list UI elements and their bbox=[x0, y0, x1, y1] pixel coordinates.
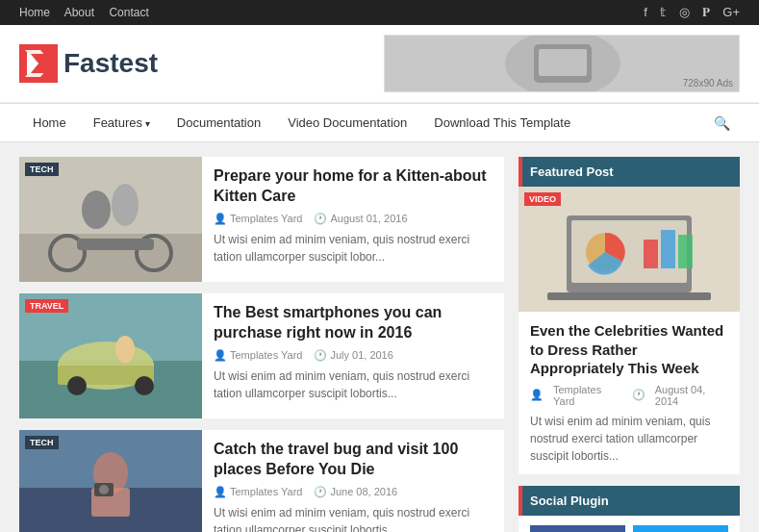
svg-point-18 bbox=[67, 376, 87, 395]
article-body: Catch the travel bug and visit 100 place… bbox=[202, 430, 504, 532]
clock-icon: 🕐 bbox=[314, 349, 327, 362]
googleplus-social-icon[interactable]: G+ bbox=[722, 5, 740, 19]
article-badge: TECH bbox=[25, 436, 59, 449]
nav-home[interactable]: Home bbox=[19, 104, 80, 141]
svg-rect-30 bbox=[644, 240, 658, 268]
social-plugin-widget: Social Plugin Facebook Twitter bbox=[519, 486, 740, 533]
article-thumbnail: TRAVEL bbox=[19, 293, 202, 418]
search-icon[interactable]: 🔍 bbox=[704, 106, 740, 140]
nav-download-template[interactable]: Download This Template bbox=[420, 104, 584, 141]
article-title: Prepare your home for a Kitten-about Kit… bbox=[214, 166, 493, 207]
main-content: TECH Prepare your home for a Kitten-abou… bbox=[19, 157, 504, 532]
page-wrapper: Home About Contact f 𝕥 ◎ 𝐏 G+ Fastest bbox=[0, 0, 759, 532]
header-ad-banner: 728x90 Ads bbox=[384, 35, 740, 92]
article-badge: TECH bbox=[25, 163, 59, 176]
article-body: Prepare your home for a Kitten-about Kit… bbox=[202, 157, 504, 282]
svg-rect-13 bbox=[77, 239, 154, 250]
article-excerpt: Ut wisi enim ad minim veniam, quis nostr… bbox=[214, 504, 493, 532]
topbar-nav: Home About Contact bbox=[19, 6, 161, 19]
article-meta: 👤 Templates Yard 🕐 August 01, 2016 bbox=[214, 213, 493, 225]
featured-post-widget: Featured Post bbox=[519, 157, 740, 474]
featured-post-meta: 👤 Templates Yard 🕐 August 04, 2014 bbox=[530, 384, 728, 407]
sidebar: Featured Post bbox=[519, 157, 740, 532]
article-title: Catch the travel bug and visit 100 place… bbox=[214, 440, 493, 480]
featured-post-title: Even the Celebrities Wanted to Dress Rat… bbox=[530, 321, 728, 378]
banner-image: 728x90 Ads bbox=[385, 35, 739, 92]
nav-links: Home Features Documentation Video Docume… bbox=[19, 104, 584, 141]
twitter-social-icon[interactable]: 𝕥 bbox=[660, 5, 666, 19]
facebook-button[interactable]: Facebook bbox=[530, 525, 625, 533]
svg-rect-32 bbox=[678, 235, 693, 268]
site-logo: Fastest bbox=[19, 44, 158, 83]
svg-rect-34 bbox=[547, 292, 711, 300]
featured-post-excerpt: Ut wisi enim ad minim veniam, quis nostr… bbox=[530, 413, 728, 465]
user-icon: 👤 bbox=[530, 389, 544, 401]
article-date: 🕐 June 08, 2016 bbox=[314, 486, 397, 498]
article-excerpt: Ut wisi enim ad minim veniam, quis nostr… bbox=[214, 367, 493, 402]
user-icon: 👤 bbox=[214, 349, 227, 362]
article-card: TECH Catch the travel bug and visit 100 … bbox=[19, 430, 504, 532]
topbar-social: f 𝕥 ◎ 𝐏 G+ bbox=[634, 5, 740, 20]
content-area: TECH Prepare your home for a Kitten-abou… bbox=[0, 142, 759, 532]
svg-rect-31 bbox=[661, 230, 675, 268]
video-badge: VIDEO bbox=[524, 192, 561, 206]
topbar: Home About Contact f 𝕥 ◎ 𝐏 G+ bbox=[0, 0, 759, 25]
instagram-social-icon[interactable]: ◎ bbox=[679, 5, 690, 19]
article-thumbnail: TECH bbox=[19, 157, 202, 282]
main-nav: Home Features Documentation Video Docume… bbox=[0, 103, 759, 142]
banner-ad-label: 728x90 Ads bbox=[683, 78, 733, 89]
svg-point-19 bbox=[135, 376, 154, 395]
svg-point-20 bbox=[115, 336, 135, 363]
user-icon: 👤 bbox=[214, 486, 227, 498]
clock-icon: 🕐 bbox=[314, 486, 327, 498]
topbar-home-link[interactable]: Home bbox=[19, 6, 50, 19]
svg-point-26 bbox=[99, 485, 109, 494]
featured-widget-title: Featured Post bbox=[519, 157, 740, 187]
nav-video-documentation[interactable]: Video Documentation bbox=[274, 104, 420, 141]
article-card: TECH Prepare your home for a Kitten-abou… bbox=[19, 157, 504, 282]
article-date: 🕐 July 01, 2016 bbox=[314, 349, 392, 362]
article-author: 👤 Templates Yard bbox=[214, 213, 302, 225]
social-widget-title: Social Plugin bbox=[519, 486, 740, 516]
svg-rect-6 bbox=[539, 49, 587, 76]
user-icon: 👤 bbox=[214, 213, 227, 225]
article-meta: 👤 Templates Yard 🕐 June 08, 2016 bbox=[214, 486, 493, 498]
article-title: The Best smartphones you can purchase ri… bbox=[214, 303, 493, 343]
article-thumbnail: TECH bbox=[19, 430, 202, 532]
svg-point-10 bbox=[112, 184, 139, 226]
facebook-social-icon[interactable]: f bbox=[644, 5, 647, 19]
article-author: 👤 Templates Yard bbox=[214, 349, 302, 362]
article-meta: 👤 Templates Yard 🕐 July 01, 2016 bbox=[214, 349, 493, 362]
topbar-contact-link[interactable]: Contact bbox=[109, 6, 148, 19]
pinterest-social-icon[interactable]: 𝐏 bbox=[702, 5, 710, 19]
social-buttons: Facebook Twitter bbox=[519, 516, 740, 533]
topbar-about-link[interactable]: About bbox=[64, 6, 94, 19]
article-badge: TRAVEL bbox=[25, 299, 68, 313]
article-excerpt: Ut wisi enim ad minim veniam, quis nostr… bbox=[214, 231, 493, 266]
featured-post-thumbnail: VIDEO bbox=[519, 187, 740, 312]
article-card: TRAVEL The Best smartphones you can purc… bbox=[19, 293, 504, 418]
logo-icon bbox=[19, 44, 58, 83]
article-date: 🕐 August 01, 2016 bbox=[314, 213, 407, 225]
clock-icon: 🕐 bbox=[632, 389, 645, 401]
nav-features[interactable]: Features bbox=[80, 104, 164, 141]
featured-post-body: Even the Celebrities Wanted to Dress Rat… bbox=[519, 312, 740, 474]
svg-point-9 bbox=[82, 190, 111, 229]
article-body: The Best smartphones you can purchase ri… bbox=[202, 293, 504, 418]
article-author: 👤 Templates Yard bbox=[214, 486, 302, 498]
site-name: Fastest bbox=[63, 48, 158, 79]
twitter-button[interactable]: Twitter bbox=[633, 525, 728, 533]
site-header: Fastest 728x90 Ads bbox=[0, 25, 759, 103]
nav-documentation[interactable]: Documentation bbox=[164, 104, 274, 141]
clock-icon: 🕐 bbox=[314, 213, 327, 225]
